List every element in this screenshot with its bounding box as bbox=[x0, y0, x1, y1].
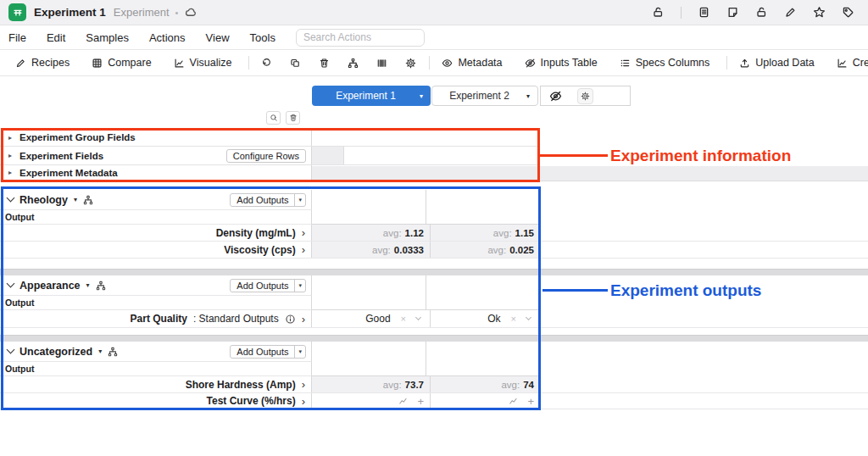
collapse-chevron-icon[interactable] bbox=[7, 194, 15, 203]
expand-triangle-icon[interactable]: ▸ bbox=[8, 169, 12, 176]
add-curve-icon[interactable]: + bbox=[417, 396, 424, 407]
part-quality-label-cell[interactable]: Part Quality: Standard Outputs › bbox=[0, 310, 312, 327]
visualize-button[interactable]: Visualize bbox=[174, 57, 232, 69]
line-chart-icon[interactable] bbox=[509, 396, 519, 406]
menu-tools[interactable]: Tools bbox=[250, 31, 275, 44]
header-cell[interactable] bbox=[426, 275, 540, 309]
header-cell[interactable] bbox=[426, 342, 540, 375]
close-icon[interactable]: × bbox=[401, 314, 406, 324]
header-cell[interactable] bbox=[312, 275, 426, 309]
compare-button[interactable]: Compare bbox=[92, 57, 151, 69]
tab-experiment-2[interactable]: Experiment 2 ▾ bbox=[431, 86, 538, 106]
chevron-right-icon[interactable]: › bbox=[302, 227, 305, 238]
close-icon[interactable]: × bbox=[511, 314, 516, 324]
chevron-down-icon[interactable]: ▾ bbox=[294, 346, 305, 358]
expand-triangle-icon[interactable]: ▸ bbox=[8, 152, 12, 159]
journal-icon[interactable] bbox=[698, 6, 710, 19]
part-quality-select-2[interactable]: Ok× bbox=[431, 310, 540, 327]
shore-hardness-value-cell-1[interactable]: avg:73.7 bbox=[312, 376, 431, 392]
sitemap-icon[interactable] bbox=[83, 195, 93, 205]
select-chevron-icon[interactable] bbox=[415, 314, 421, 320]
add-outputs-button[interactable]: Add Outputs▾ bbox=[230, 193, 306, 207]
menu-actions[interactable]: Actions bbox=[149, 31, 186, 44]
recipes-button[interactable]: Recipes bbox=[15, 57, 70, 69]
star-icon[interactable] bbox=[813, 6, 826, 19]
chevron-down-icon[interactable]: ▾ bbox=[294, 280, 305, 292]
metadata-toggle[interactable]: Metadata bbox=[442, 57, 502, 69]
settings-button[interactable] bbox=[405, 58, 416, 69]
tab-experiment-1[interactable]: Experiment 1 ▾ bbox=[312, 86, 431, 106]
collapse-chevron-icon[interactable] bbox=[7, 280, 15, 288]
table-search-button[interactable] bbox=[266, 111, 281, 125]
appearance-title[interactable]: Appearance bbox=[19, 280, 81, 292]
upload-data-button[interactable]: Upload Data bbox=[739, 57, 815, 69]
menu-file[interactable]: File bbox=[8, 31, 26, 44]
select-chevron-icon[interactable] bbox=[526, 314, 531, 320]
specs-columns-button[interactable]: Specs Columns bbox=[620, 57, 710, 69]
header-cell[interactable] bbox=[312, 342, 426, 375]
density-label-cell[interactable]: Density (mg/mL)› bbox=[0, 225, 312, 241]
collapse-chevron-icon[interactable] bbox=[7, 346, 15, 354]
density-value-cell-1[interactable]: avg:1.12 bbox=[312, 225, 431, 241]
add-outputs-button[interactable]: Add Outputs▾ bbox=[230, 345, 306, 359]
viscosity-value-cell-2[interactable]: avg:0.025 bbox=[431, 242, 540, 258]
test-curve-cell-1[interactable]: + bbox=[312, 393, 431, 409]
configure-rows-button[interactable]: Configure Rows bbox=[226, 149, 306, 163]
header-cell[interactable] bbox=[426, 190, 540, 224]
chevron-right-icon[interactable]: › bbox=[302, 379, 305, 390]
pen-icon[interactable] bbox=[784, 6, 797, 19]
density-value-cell-2[interactable]: avg:1.15 bbox=[431, 225, 540, 241]
avg-prefix: avg: bbox=[493, 228, 512, 238]
row-experiment-group-fields[interactable]: ▸Experiment Group Fields bbox=[0, 129, 540, 147]
chevron-down-icon[interactable]: ▾ bbox=[420, 92, 423, 100]
row-experiment-fields[interactable]: ▸Experiment Fields Configure Rows bbox=[0, 147, 540, 165]
search-actions-input[interactable] bbox=[296, 29, 425, 47]
chevron-right-icon[interactable]: › bbox=[302, 244, 305, 255]
line-chart-icon[interactable] bbox=[398, 396, 409, 406]
chevron-right-icon[interactable]: › bbox=[302, 314, 305, 325]
menu-edit[interactable]: Edit bbox=[47, 31, 65, 44]
hierarchy-button[interactable] bbox=[348, 58, 359, 69]
test-curve-cell-2[interactable]: + bbox=[431, 393, 540, 409]
add-outputs-button[interactable]: Add Outputs▾ bbox=[230, 279, 306, 292]
table-delete-button[interactable] bbox=[286, 111, 300, 125]
toolbar-separator bbox=[248, 56, 249, 70]
create-and-button[interactable]: Create and bbox=[837, 57, 868, 69]
shore-hardness-value-cell-2[interactable]: avg:74 bbox=[431, 376, 540, 392]
row-experiment-metadata[interactable]: ▸Experiment Metadata bbox=[0, 165, 312, 181]
row-part-quality: Part Quality: Standard Outputs › Good× O… bbox=[0, 310, 868, 328]
experiment-fields-cell[interactable] bbox=[312, 147, 344, 164]
chevron-right-icon[interactable]: › bbox=[302, 396, 305, 407]
chevron-down-icon[interactable]: ▾ bbox=[98, 348, 102, 355]
chevron-down-icon[interactable]: ▾ bbox=[86, 281, 90, 289]
inputs-table-toggle[interactable]: Inputs Table bbox=[525, 57, 598, 69]
chevron-down-icon[interactable]: ▾ bbox=[526, 92, 530, 100]
uncategorized-title[interactable]: Uncategorized bbox=[19, 346, 92, 358]
note-icon[interactable] bbox=[726, 6, 739, 19]
rheology-title[interactable]: Rheology bbox=[19, 194, 68, 206]
unlock-icon[interactable] bbox=[652, 6, 665, 19]
chevron-down-icon[interactable]: ▾ bbox=[74, 196, 77, 203]
sitemap-icon[interactable] bbox=[96, 281, 106, 291]
unlock-secondary-icon[interactable] bbox=[755, 6, 768, 19]
barcode-button[interactable] bbox=[376, 58, 387, 69]
tag-icon[interactable] bbox=[842, 6, 854, 19]
chevron-down-icon[interactable]: ▾ bbox=[294, 194, 305, 206]
viscosity-value-cell-1[interactable]: avg:0.0333 bbox=[312, 242, 431, 258]
sitemap-icon[interactable] bbox=[108, 347, 118, 357]
part-quality-select-1[interactable]: Good× bbox=[312, 310, 431, 327]
copy-button[interactable] bbox=[290, 58, 301, 69]
viscosity-label-cell[interactable]: Viscosity (cps)› bbox=[0, 242, 312, 258]
expand-triangle-icon[interactable]: ▸ bbox=[8, 134, 12, 142]
menu-view[interactable]: View bbox=[206, 31, 230, 44]
shore-hardness-label-cell[interactable]: Shore Hardness (Amp)› bbox=[0, 376, 312, 392]
hide-columns-icon[interactable] bbox=[549, 90, 562, 103]
delete-button[interactable] bbox=[319, 58, 330, 69]
menu-samples[interactable]: Samples bbox=[86, 31, 129, 44]
tab-settings-button[interactable] bbox=[577, 88, 593, 104]
header-cell[interactable] bbox=[312, 190, 426, 224]
info-icon[interactable] bbox=[285, 314, 296, 325]
test-curve-label-cell[interactable]: Test Curve (%/hrs)› bbox=[0, 393, 312, 409]
add-curve-icon[interactable]: + bbox=[527, 396, 534, 407]
undo-button[interactable] bbox=[261, 58, 272, 69]
